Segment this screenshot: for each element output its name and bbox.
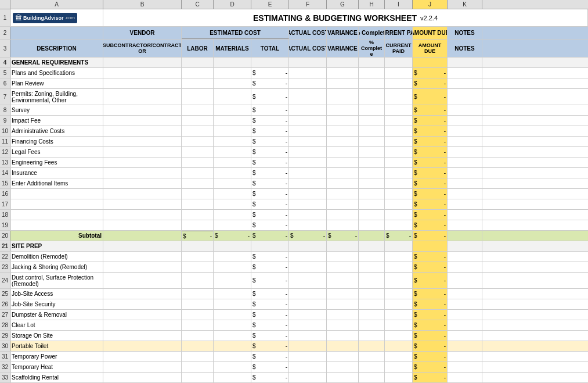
- cell-materials[interactable]: [214, 220, 251, 230]
- cell-pct-complete[interactable]: [359, 58, 385, 67]
- cell-labor[interactable]: [182, 210, 214, 220]
- cell-amount-due[interactable]: $-: [413, 273, 448, 288]
- cell-actual-cost[interactable]: [289, 158, 327, 167]
- cell-vendor[interactable]: [103, 252, 182, 262]
- cell-labor[interactable]: [182, 58, 214, 67]
- cell-notes[interactable]: [448, 352, 482, 361]
- cell-actual-cost[interactable]: [289, 262, 327, 272]
- cell-materials[interactable]: [214, 116, 251, 126]
- cell-notes[interactable]: [448, 289, 482, 299]
- cell-notes[interactable]: [448, 116, 482, 126]
- cell-total[interactable]: $-: [251, 299, 289, 309]
- cell-total[interactable]: $-: [251, 362, 289, 372]
- cell-description[interactable]: Legal Fees: [10, 147, 103, 157]
- cell-notes[interactable]: [448, 241, 482, 251]
- cell-actual-cost[interactable]: [289, 78, 327, 88]
- cell-description[interactable]: [10, 220, 103, 230]
- cell-labor[interactable]: [182, 241, 214, 251]
- cell-materials[interactable]: [214, 158, 251, 167]
- cell-actual-cost[interactable]: [289, 189, 327, 199]
- cell-actual-cost[interactable]: [289, 178, 327, 188]
- cell-description[interactable]: Survey: [10, 105, 103, 115]
- cell-description[interactable]: Job-Site Security: [10, 299, 103, 309]
- cell-vendor[interactable]: [103, 158, 182, 167]
- cell-pct-complete[interactable]: [359, 126, 385, 136]
- cell-actual-cost[interactable]: [289, 147, 327, 157]
- cell-variance[interactable]: [327, 158, 359, 167]
- cell-materials[interactable]: [214, 252, 251, 262]
- cell-pct-complete[interactable]: [359, 331, 385, 341]
- cell-pct-complete[interactable]: [359, 137, 385, 146]
- cell-pct-complete[interactable]: [359, 310, 385, 320]
- cell-description[interactable]: Insurance: [10, 168, 103, 178]
- cell-current-paid[interactable]: [385, 116, 413, 126]
- cell-current-paid[interactable]: [385, 273, 413, 288]
- cell-vendor[interactable]: [103, 220, 182, 230]
- cell-actual-cost[interactable]: [289, 362, 327, 372]
- cell-total[interactable]: $-: [251, 273, 289, 288]
- cell-total[interactable]: $-: [251, 78, 289, 88]
- cell-description[interactable]: Plan Review: [10, 78, 103, 88]
- cell-labor[interactable]: [182, 373, 214, 382]
- cell-current-paid[interactable]: [385, 341, 413, 351]
- cell-actual-cost[interactable]: [289, 341, 327, 351]
- cell-labor[interactable]: [182, 289, 214, 299]
- cell-total[interactable]: $-: [251, 341, 289, 351]
- cell-vendor[interactable]: [103, 199, 182, 209]
- cell-description[interactable]: Administrative Costs: [10, 126, 103, 136]
- cell-labor[interactable]: [182, 158, 214, 167]
- cell-vendor[interactable]: [103, 210, 182, 220]
- cell-pct-complete[interactable]: [359, 341, 385, 351]
- cell-amount-due[interactable]: $-: [413, 262, 448, 272]
- cell-labor[interactable]: [182, 362, 214, 372]
- cell-description[interactable]: Temporary Heat: [10, 362, 103, 372]
- cell-actual-cost[interactable]: $-: [289, 231, 327, 241]
- cell-labor[interactable]: [182, 262, 214, 272]
- cell-total[interactable]: $-: [251, 158, 289, 167]
- cell-vendor[interactable]: [103, 231, 182, 241]
- cell-labor[interactable]: [182, 352, 214, 361]
- cell-variance[interactable]: [327, 189, 359, 199]
- cell-variance[interactable]: [327, 373, 359, 382]
- cell-pct-complete[interactable]: [359, 178, 385, 188]
- cell-variance[interactable]: [327, 262, 359, 272]
- cell-variance[interactable]: [327, 68, 359, 78]
- cell-amount-due[interactable]: $-: [413, 199, 448, 209]
- cell-variance[interactable]: [327, 105, 359, 115]
- cell-actual-cost[interactable]: [289, 273, 327, 288]
- cell-vendor[interactable]: [103, 373, 182, 382]
- cell-current-paid[interactable]: [385, 320, 413, 330]
- cell-actual-cost[interactable]: [289, 116, 327, 126]
- cell-notes[interactable]: [448, 252, 482, 262]
- cell-notes[interactable]: [448, 58, 482, 67]
- cell-amount-due[interactable]: $-: [413, 289, 448, 299]
- cell-current-paid[interactable]: [385, 199, 413, 209]
- cell-labor[interactable]: [182, 105, 214, 115]
- cell-actual-cost[interactable]: [289, 310, 327, 320]
- cell-variance[interactable]: [327, 310, 359, 320]
- cell-variance[interactable]: [327, 352, 359, 361]
- cell-description[interactable]: SITE PREP: [10, 241, 103, 251]
- cell-current-paid[interactable]: [385, 352, 413, 361]
- cell-notes[interactable]: [448, 331, 482, 341]
- cell-materials[interactable]: [214, 262, 251, 272]
- cell-current-paid[interactable]: [385, 189, 413, 199]
- cell-pct-complete[interactable]: [359, 289, 385, 299]
- cell-vendor[interactable]: [103, 78, 182, 88]
- cell-pct-complete[interactable]: [359, 352, 385, 361]
- cell-actual-cost[interactable]: [289, 373, 327, 382]
- cell-pct-complete[interactable]: [359, 105, 385, 115]
- cell-notes[interactable]: [448, 262, 482, 272]
- cell-materials[interactable]: [214, 105, 251, 115]
- cell-total[interactable]: $-: [251, 68, 289, 78]
- cell-materials[interactable]: [214, 78, 251, 88]
- cell-current-paid[interactable]: [385, 168, 413, 178]
- cell-vendor[interactable]: [103, 68, 182, 78]
- cell-vendor[interactable]: [103, 126, 182, 136]
- cell-actual-cost[interactable]: [289, 241, 327, 251]
- cell-materials[interactable]: [214, 147, 251, 157]
- cell-materials[interactable]: $-: [214, 231, 251, 241]
- cell-materials[interactable]: [214, 352, 251, 361]
- cell-actual-cost[interactable]: [289, 168, 327, 178]
- cell-total[interactable]: $-: [251, 331, 289, 341]
